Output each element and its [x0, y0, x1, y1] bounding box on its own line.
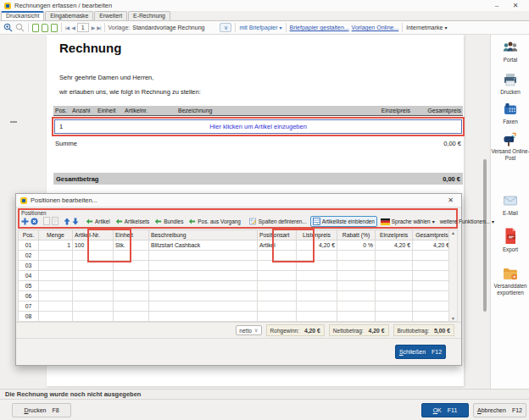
table-header-row: Pos. Menge Artikel-Nr. Einheit Beschreib… — [19, 230, 452, 240]
delete-row-icon[interactable] — [31, 218, 38, 226]
invoice-greeting: Sehr geehrte Damen und Herren, — [59, 74, 153, 81]
tab-bar: Druckansicht Eingabemaske Erweitert E-Re… — [0, 11, 529, 21]
drucken-button[interactable]: Drucken F8 — [12, 403, 71, 417]
table-row[interactable]: 04 — [19, 271, 452, 281]
scroll-down-icon[interactable]: ▼ — [451, 316, 455, 321]
weitere-funktionen-dropdown[interactable]: weitere Funktionen...▾ — [438, 218, 496, 225]
table-row[interactable]: 07 — [19, 301, 452, 312]
sidebar-item-versand-online-post[interactable]: Versand Online-Post — [491, 130, 529, 162]
fit-page-view-icon[interactable] — [51, 24, 58, 32]
table-row[interactable]: 011100Stk.Blitzstart CashbackArtikel4,20… — [19, 240, 452, 251]
tab-erweitert[interactable]: Erweitert — [94, 11, 127, 20]
bundles-button[interactable]: Bundles — [153, 217, 185, 226]
abbrechen-button[interactable]: Abbrechen F12 — [473, 403, 526, 417]
invoice-title: Rechnung — [59, 41, 121, 55]
printer-icon — [502, 71, 519, 88]
app-window: Rechnungen erfassen / bearbeiten – ✕ Dru… — [0, 0, 529, 420]
add-article-link[interactable]: Hier klicken um Artikel einzugeben — [75, 123, 441, 130]
vorlage-label: Vorlage: — [109, 25, 131, 30]
bruttobetrag-box: Bruttobetrag:5,00 € — [393, 324, 454, 336]
title-bar: Rechnungen erfassen / bearbeiten – ✕ — [0, 0, 529, 11]
app-logo-icon — [4, 3, 11, 9]
nettobetrag-box: Nettobetrag:4,20 € — [329, 324, 389, 336]
tab-druckansicht[interactable]: Druckansicht — [1, 11, 44, 20]
two-page-view-icon[interactable] — [42, 24, 48, 32]
table-scrollbar[interactable]: ▲ ▼ — [448, 229, 458, 322]
artikelliste-einblenden-button[interactable]: Artikelliste einblenden — [310, 216, 377, 227]
german-flag-icon — [381, 218, 390, 225]
table-row[interactable]: 03 — [19, 261, 452, 271]
table-row[interactable]: 08 — [19, 312, 452, 322]
main-toolbar: |◀ ◀ 1 ▶ ▶| Vorlage: Standardvorlage Rec… — [0, 21, 529, 35]
table-row[interactable]: 05 — [19, 281, 452, 291]
ok-button[interactable]: OK F11 — [421, 403, 469, 417]
tab-eingabemaske[interactable]: Eingabemaske — [45, 11, 93, 20]
sidebar-item-email[interactable]: E-Mail — [491, 192, 529, 217]
preview-scrollbar[interactable] — [483, 159, 487, 312]
sidebar-item-versanddaten-exportieren[interactable]: Versanddaten exportieren — [491, 265, 529, 296]
table-row[interactable]: 02 — [19, 251, 452, 261]
positions-table: Pos. Menge Artikel-Nr. Einheit Beschreib… — [18, 229, 452, 322]
zoom-out-icon[interactable] — [15, 23, 25, 33]
dialog-title: Positionen bearbeiten... — [31, 196, 97, 204]
close-button[interactable]: ✕ — [506, 2, 525, 9]
table-row[interactable]: 06 — [19, 291, 452, 301]
copy-icon[interactable] — [43, 217, 50, 226]
spalten-definieren-button[interactable]: Spalten definieren... — [248, 217, 309, 226]
prev-page-icon[interactable]: ◀ — [71, 25, 75, 30]
vorlage-dropdown[interactable]: ∨ — [220, 23, 231, 32]
group-label: Positionen — [19, 210, 456, 216]
schliessen-button[interactable]: Schließen F12 — [395, 345, 446, 359]
last-page-icon[interactable]: ▶| — [97, 25, 100, 30]
dialog-toolbar: Artikel Artikelsets Bundles Pos. aus Vor… — [19, 216, 456, 227]
action-sidebar: Portal Drucken Faxen Versand Online-Post… — [490, 35, 529, 389]
move-up-icon[interactable] — [64, 218, 70, 226]
first-page-icon[interactable]: |◀ — [65, 25, 69, 30]
vorlagen-online-link[interactable]: Vorlagen Online... — [352, 25, 399, 30]
internetmarke-dropdown[interactable]: Internetmarke ▾ — [406, 25, 447, 30]
dialog-summary-bar: netto∨ Rohgewinn:4,20 € Nettobetrag:4,20… — [16, 322, 461, 338]
rohgewinn-box: Rohgewinn:4,20 € — [266, 324, 325, 336]
sidebar-item-portal[interactable]: Portal — [491, 39, 529, 64]
status-bar: Die Rechnung wurde noch nicht ausgegeben — [0, 389, 529, 399]
dialog-footer: Schließen F12 — [16, 338, 461, 365]
next-page-icon[interactable]: ▶ — [92, 25, 95, 30]
move-down-icon[interactable] — [72, 218, 79, 226]
gesamtbetrag-row: Gesamtbetrag 0,00 € — [53, 173, 463, 185]
insert-article-icon — [86, 218, 93, 225]
footer-button-bar: Drucken F8 OK F11 Abbrechen F12 — [0, 399, 529, 420]
summe-row: Summe 0,00 € — [53, 140, 463, 147]
sidebar-item-export[interactable]: Export — [491, 227, 529, 253]
add-row-icon[interactable] — [21, 218, 29, 226]
artikel-button[interactable]: Artikel — [84, 217, 112, 226]
page-number-field[interactable]: 1 — [77, 23, 89, 32]
sprache-waehlen-dropdown[interactable]: Sprache wählen▾ — [379, 218, 437, 226]
artikelsets-button[interactable]: Artikelsets — [114, 217, 151, 226]
paste-icon[interactable] — [52, 217, 58, 226]
toolbar-highlight-box: Positionen Artikel Artikelsets Bundles P… — [18, 208, 458, 229]
sidebar-item-drucken[interactable]: Drucken — [491, 71, 529, 96]
highlighted-item-row: 1 Hier klicken um Artikel einzugeben — [52, 117, 465, 136]
sidebar-item-faxen[interactable]: Faxen — [491, 101, 529, 125]
netto-select[interactable]: netto∨ — [236, 325, 261, 335]
dialog-icon — [20, 197, 27, 204]
invoice-intro: wir erlauben uns, wie folgt in Rechnung … — [59, 88, 201, 96]
item-position-number: 1 — [55, 123, 75, 130]
item-row[interactable]: 1 Hier klicken um Artikel einzugeben — [54, 119, 462, 134]
briefpapier-gestalten-link[interactable]: Briefpapier gestalten... — [290, 25, 349, 30]
minimize-button[interactable]: – — [487, 2, 506, 9]
positionen-dialog: Positionen bearbeiten... ✕ Positionen Ar… — [15, 193, 462, 366]
dialog-close-icon[interactable]: ✕ — [444, 196, 457, 204]
invoice-table-header: Pos. Anzahl Einheit Artikelnr. Bezeichnu… — [53, 106, 463, 116]
tab-e-rechnung[interactable]: E-Rechnung — [128, 11, 170, 20]
mit-briefpapier-dropdown[interactable]: mit Briefpapier ▾ — [239, 25, 281, 30]
page-view-icon[interactable] — [32, 24, 39, 32]
vorlage-value: Standardvorlage Rechnung — [132, 25, 204, 30]
zoom-in-icon[interactable] — [3, 23, 13, 33]
dialog-title-bar: Positionen bearbeiten... ✕ — [16, 194, 461, 207]
article-list-icon — [313, 218, 320, 225]
columns-pencil-icon — [249, 218, 257, 225]
scroll-up-icon[interactable]: ▲ — [451, 230, 455, 235]
pos-aus-vorgang-button[interactable]: Pos. aus Vorgang — [187, 217, 242, 226]
envelope-icon — [502, 192, 519, 209]
